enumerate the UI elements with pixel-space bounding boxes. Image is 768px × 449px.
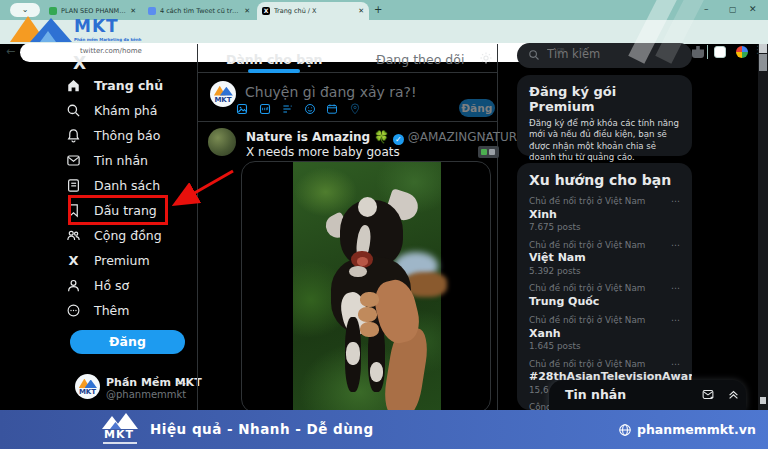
- cast-icon[interactable]: ⎚: [557, 46, 564, 57]
- minimize-button[interactable]: –: [704, 4, 709, 14]
- person-icon: [66, 278, 81, 293]
- people-icon: [66, 228, 81, 243]
- close-icon[interactable]: ✕: [358, 7, 364, 15]
- messages-drawer[interactable]: Tin nhắn: [549, 380, 746, 410]
- footer-mkt-logo: MKT: [100, 413, 142, 446]
- url-text: twitter.com/home: [80, 47, 142, 55]
- home-icon: [66, 78, 81, 93]
- globe-icon: [618, 423, 632, 437]
- verified-badge-icon: ✓: [393, 134, 404, 145]
- clover-emoji: 🍀: [374, 130, 389, 144]
- trend-item[interactable]: Chủ đề nổi trội ở Việt Nam Việt Nam 5.39…: [529, 240, 680, 276]
- sidebar-item-premium[interactable]: X Premium: [66, 248, 196, 273]
- close-icon[interactable]: ✕: [244, 7, 250, 15]
- search-icon: [528, 49, 540, 61]
- extensions-puzzle-icon[interactable]: [692, 46, 704, 58]
- trend-item[interactable]: Chủ đề nổi trội ở Việt Nam Xanh 1.645 po…: [529, 315, 680, 351]
- post-button[interactable]: Đăng: [70, 330, 185, 354]
- trend-more-icon[interactable]: ⋯: [671, 359, 680, 369]
- tab-following[interactable]: Đang theo dõi: [376, 52, 464, 67]
- emoji-icon[interactable]: [304, 103, 316, 115]
- scrollbar-up-button[interactable]: [759, 44, 767, 53]
- scrollbar-thumb[interactable]: [759, 54, 767, 71]
- poll-icon[interactable]: [281, 103, 293, 115]
- list-icon: [66, 178, 81, 193]
- sidebar-item-communities[interactable]: Cộng đồng: [66, 223, 196, 248]
- x-home-logo[interactable]: X: [73, 53, 86, 73]
- profile-box-icon[interactable]: [714, 46, 726, 58]
- browser-tab-2[interactable]: 4 cách tìm Tweet cũ trên Twitte ✕: [143, 2, 255, 20]
- new-message-icon[interactable]: [701, 388, 715, 401]
- trend-more-icon[interactable]: ⋯: [671, 196, 680, 206]
- sidebar-item-notifications[interactable]: Thông báo: [66, 123, 196, 148]
- location-icon[interactable]: [349, 103, 361, 115]
- bookmark-star-icon[interactable]: ☆: [578, 46, 586, 56]
- more-circle-icon: [66, 303, 81, 318]
- media-icon[interactable]: [236, 103, 248, 115]
- active-tab-underline: [248, 69, 300, 73]
- trends-title: Xu hướng cho bạn: [529, 172, 680, 188]
- trends-card: Xu hướng cho bạn Chủ đề nổi trội ở Việt …: [517, 163, 692, 410]
- account-handle: @phanmemmkt: [106, 389, 186, 400]
- composer-avatar: MKT: [210, 81, 236, 107]
- sidebar-item-profile[interactable]: Hồ sơ: [66, 273, 196, 298]
- screen: ⌄ PLAN SEO PHANMEMMKT.VN ✕ 4 cách tìm Tw…: [0, 0, 768, 449]
- logo-text: MKT: [74, 16, 119, 36]
- back-button[interactable]: ←: [6, 45, 15, 58]
- tweet-video[interactable]: 0:02: [241, 161, 491, 413]
- window-close-button[interactable]: ✕: [749, 4, 757, 14]
- doc-favicon: [148, 7, 156, 15]
- sidebar-item-home[interactable]: Trang chủ: [66, 73, 196, 98]
- composer-placeholder[interactable]: Chuyện gì đang xảy ra?!: [245, 84, 417, 100]
- x-premium-icon: X: [66, 253, 81, 268]
- tweet-author: Nature is Amazing: [246, 130, 370, 144]
- trend-more-icon[interactable]: ⋯: [671, 240, 680, 250]
- video-download-extension-icon[interactable]: [478, 146, 499, 158]
- tab-for-you[interactable]: Dành cho bạn: [226, 52, 323, 67]
- feed-column: Dành cho bạn Đang theo dõi MKT Chuyện gì…: [197, 44, 498, 410]
- trend-more-icon[interactable]: ⋯: [671, 283, 680, 293]
- bell-icon: [66, 128, 81, 143]
- account-avatar: MKT: [75, 374, 100, 399]
- maximize-button[interactable]: ▢: [729, 5, 737, 14]
- feed-header: Dành cho bạn Đang theo dõi: [198, 44, 497, 73]
- goat-video-frame: [293, 162, 441, 412]
- trend-item[interactable]: Chủ đề nổi trội ở Việt Nam Trung Quốc ⋯: [529, 283, 680, 308]
- toolbar-divider: [707, 45, 708, 59]
- trend-more-icon[interactable]: ⋯: [671, 315, 680, 325]
- scrollbar-down-button[interactable]: [760, 397, 766, 404]
- browser-tab-active[interactable]: X Trang chủ / X ✕: [257, 2, 369, 20]
- account-more-icon[interactable]: ⋯: [177, 378, 187, 389]
- trend-item[interactable]: Chủ đề nổi trội ở Việt Nam Xinh 7.675 po…: [529, 196, 680, 232]
- chevron-down-icon: ⌄: [22, 5, 29, 14]
- tab-title: 4 cách tìm Tweet cũ trên Twitte: [160, 7, 240, 15]
- sidebar-item-more[interactable]: Thêm: [66, 298, 196, 323]
- annotation-highlight-box: [68, 195, 168, 225]
- footer-slogan: Hiệu quả - Nhanh - Dễ dùng: [150, 421, 374, 437]
- premium-card: Đăng ký gói Premium Đăng ký để mở khóa c…: [517, 75, 692, 156]
- messages-drawer-title: Tin nhắn: [565, 387, 626, 402]
- composer-toolbar: [236, 103, 361, 115]
- tweet-avatar[interactable]: [208, 128, 236, 156]
- gif-icon[interactable]: [259, 103, 271, 115]
- tweet-more-icon[interactable]: ⋯: [483, 129, 493, 140]
- premium-title: Đăng ký gói Premium: [529, 84, 680, 114]
- x-favicon: X: [262, 7, 270, 15]
- composer-post-button[interactable]: Đăng: [459, 99, 495, 117]
- branding-footer: MKT Hiệu quả - Nhanh - Dễ dùng phanmemmk…: [0, 410, 768, 449]
- logo-subtitle: Phần mềm Marketing đa kênh: [74, 37, 141, 42]
- page-scrollbar[interactable]: [758, 44, 768, 410]
- new-tab-button[interactable]: +: [374, 4, 382, 15]
- sidebar-item-explore[interactable]: Khám phá: [66, 98, 196, 123]
- gear-icon: [479, 51, 493, 65]
- schedule-icon[interactable]: [326, 103, 338, 115]
- mkt-watermark-logo: MKT Phần mềm Marketing đa kênh: [10, 14, 140, 45]
- tweet-text: X needs more baby goats: [246, 145, 400, 159]
- browser-avatar[interactable]: [736, 46, 748, 58]
- account-switcher[interactable]: MKT Phần Mềm MKT @phanmemmkt ⋯: [75, 374, 195, 399]
- sidebar-item-messages[interactable]: Tin nhắn: [66, 148, 196, 173]
- timeline-settings-button[interactable]: [479, 50, 493, 69]
- account-name: Phần Mềm MKT: [106, 376, 202, 389]
- expand-drawer-icon[interactable]: [727, 388, 740, 401]
- premium-body: Đăng ký để mở khóa các tính năng mới và …: [529, 118, 680, 163]
